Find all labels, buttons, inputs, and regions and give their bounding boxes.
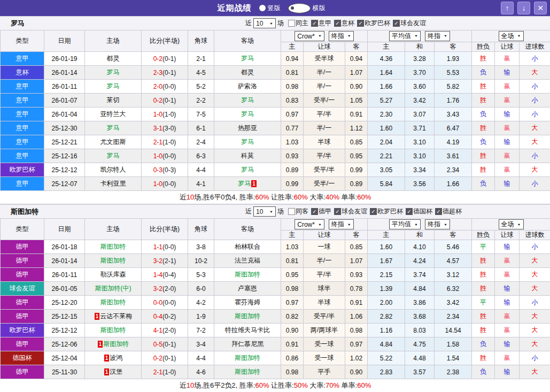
checkbox-icon[interactable]: ✓ — [334, 20, 341, 27]
checkbox-icon[interactable]: ✓ — [370, 208, 377, 215]
team-label: 斯图加特 — [235, 368, 260, 375]
corner-cell: 4-2 — [188, 296, 214, 310]
scope-select[interactable]: 全场▼ — [499, 219, 524, 229]
team-label: 罗马 — [241, 138, 254, 145]
match-row: 德甲25-12-20斯图加特0-0(0-0)4-2霍芬海姆0.97半球0.912… — [1, 296, 550, 310]
league-type-cell: 意甲 — [1, 80, 44, 94]
team-label: 特拉维夫马卡比 — [225, 326, 270, 334]
crow-odds-cell: 1.06 — [345, 310, 368, 324]
checkbox-icon[interactable] — [288, 208, 295, 215]
average-odds-cell: 3.42 — [435, 296, 472, 310]
corner-cell: 10-2 — [188, 254, 214, 268]
halftime-score: (3-0) — [162, 125, 176, 132]
date-cell: 26-01-04 — [44, 107, 85, 121]
average-select[interactable]: 平均值▼ — [389, 31, 421, 41]
league-checkbox[interactable]: ✓球会友谊 — [334, 207, 367, 216]
league-checkbox[interactable]: ✓欧罗巴杯 — [370, 207, 403, 216]
team-label: 罗马 — [241, 55, 254, 62]
league-checkbox[interactable]: ✓意甲 — [311, 19, 331, 28]
match-count-select[interactable]: 10▼ — [253, 206, 276, 217]
team-label: 波鸿 — [110, 354, 122, 362]
checkbox-icon[interactable]: ✓ — [311, 208, 318, 215]
checkbox-icon[interactable]: ✓ — [334, 208, 341, 215]
odds-stage-select[interactable]: 终指▼ — [329, 219, 354, 229]
verdict-cell: 输 — [495, 282, 520, 296]
date-cell: 25-12-12 — [44, 163, 85, 177]
corner-cell: 5-2 — [188, 80, 214, 94]
same-venue-checkbox[interactable]: 同主 — [288, 19, 308, 28]
checkbox-icon[interactable]: ✓ — [311, 20, 318, 27]
league-type-cell: 意甲 — [1, 135, 44, 149]
radio-icon[interactable] — [259, 5, 266, 11]
date-cell: 26-01-07 — [44, 94, 85, 107]
league-checkbox[interactable]: ✓德超杯 — [435, 207, 462, 216]
close-button[interactable]: ✕ — [534, 2, 547, 14]
league-checkbox[interactable]: ✓球会友谊 — [393, 19, 426, 28]
fulltime-score: 2-3 — [153, 69, 162, 76]
date-cell: 25-11-30 — [44, 365, 85, 379]
away-team-cell: 拜仁慕尼黑 — [214, 337, 281, 351]
average-stage-select[interactable]: 终指▼ — [425, 219, 450, 229]
checkbox-icon[interactable]: ✓ — [357, 20, 364, 27]
checkbox-label: 欧罗巴杯 — [365, 19, 390, 28]
verdict-cell: 胜 — [472, 310, 495, 324]
average-select[interactable]: 平均值▼ — [389, 219, 421, 229]
average-odds-cell: 4.48 — [405, 351, 435, 365]
average-odds-cell: 1.93 — [435, 52, 472, 66]
team-label: 斯图加特 — [100, 243, 126, 250]
col-header-home: 主场 — [85, 219, 142, 240]
average-odds-cell: 1.60 — [368, 121, 405, 135]
checkbox-icon[interactable]: ✓ — [393, 20, 400, 27]
league-checkbox[interactable]: ✓德甲 — [311, 207, 331, 216]
corner-cell: 1-9 — [188, 310, 214, 324]
average-odds-cell: 6.32 — [435, 282, 472, 296]
odds-stage-select[interactable]: 终指▼ — [329, 31, 354, 41]
filter-prefix-label: 近 — [245, 19, 252, 28]
score-cell: 2-1(1-0) — [142, 365, 188, 379]
same-venue-checkbox[interactable]: 同客 — [288, 207, 308, 216]
halftime-score: (1-0) — [162, 111, 176, 118]
verdict-cell: 小 — [520, 94, 550, 107]
match-row: 意甲25-12-07卡利亚里1-0(0-0)4-1罗马10.99受半/一0.89… — [1, 177, 550, 191]
col-header-avg-away: 客 — [435, 42, 472, 52]
team-label: 罗马 — [241, 110, 254, 118]
crow-odds-cell: 0.83 — [281, 94, 304, 107]
home-team-cell: 都灵 — [85, 52, 142, 66]
away-team-cell: 罗马 — [214, 135, 281, 149]
average-odds-cell: 3.43 — [435, 107, 472, 121]
verdict-cell: 胜 — [472, 163, 495, 177]
fulltime-score: 1-0 — [153, 152, 162, 160]
league-type-cell: 德甲 — [1, 310, 44, 324]
average-odds-cell: 3.56 — [405, 177, 435, 191]
radio-icon[interactable] — [288, 3, 311, 13]
scroll-up-button[interactable]: ↑ — [501, 2, 514, 14]
card-badge: 1 — [104, 368, 110, 375]
view-mode-radio[interactable]: 竖版 — [259, 3, 281, 13]
date-cell: 25-12-12 — [44, 324, 85, 337]
match-count-select[interactable]: 10▼ — [253, 18, 276, 28]
view-mode-radio[interactable]: 横版 — [288, 3, 326, 13]
league-type-cell: 德甲 — [1, 254, 44, 268]
average-stage-select[interactable]: 终指▼ — [425, 31, 450, 41]
away-team-cell: 萨索洛 — [214, 80, 281, 94]
average-odds-cell: 5.82 — [435, 80, 472, 94]
league-type-cell: 德国杯 — [1, 351, 44, 365]
league-checkbox[interactable]: ✓德国杯 — [406, 207, 432, 216]
verdict-cell: 胜 — [472, 149, 495, 163]
crow-odds-cell: 0.90 — [281, 324, 304, 337]
average-odds-cell: 5.22 — [368, 351, 405, 365]
league-checkbox[interactable]: ✓欧罗巴杯 — [357, 19, 390, 28]
dropdown-arrow-icon: ▼ — [414, 35, 418, 38]
team-label: 都灵 — [241, 68, 254, 76]
checkbox-icon[interactable] — [288, 20, 295, 27]
bookmaker-select[interactable]: Crow*▼ — [295, 219, 324, 229]
checkbox-label: 球会友谊 — [400, 19, 426, 28]
card-badge: 1 — [251, 180, 257, 187]
checkbox-icon[interactable]: ✓ — [406, 208, 413, 215]
corner-cell: 4-6 — [188, 365, 214, 379]
bookmaker-select[interactable]: Crow*▼ — [295, 31, 324, 41]
scroll-down-button[interactable]: ↓ — [517, 2, 530, 14]
league-checkbox[interactable]: ✓意杯 — [334, 19, 354, 28]
scope-select[interactable]: 全场▼ — [499, 31, 524, 41]
checkbox-icon[interactable]: ✓ — [435, 208, 442, 215]
